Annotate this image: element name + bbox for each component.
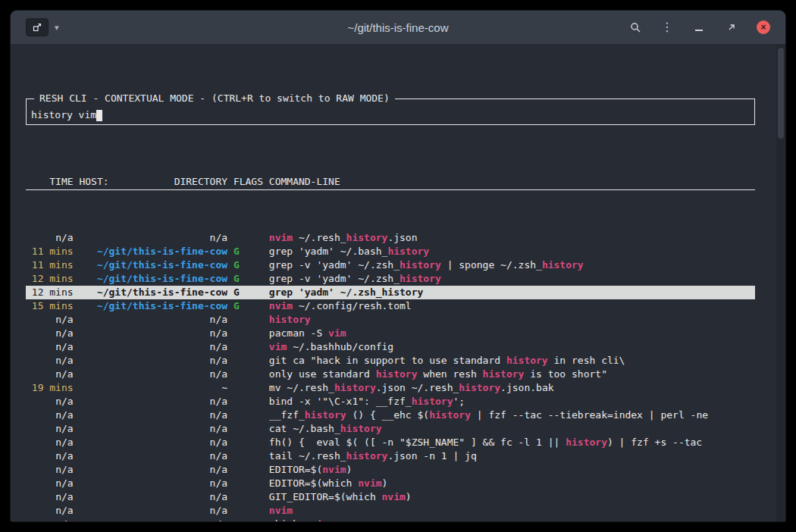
history-row[interactable]: n/a n/a EDITOR=$(nvim) [26, 463, 755, 477]
row-directory: n/a [79, 449, 227, 463]
row-flags: G [233, 245, 263, 258]
row-directory: n/a [79, 408, 227, 422]
row-command: grep -v 'yadm' ~/.zsh_history | sponge ~… [269, 258, 755, 272]
row-time: n/a [26, 368, 74, 381]
row-time: n/a [26, 436, 74, 449]
row-directory: n/a [79, 436, 227, 449]
header-time: TIME [26, 175, 74, 189]
new-tab-button[interactable] [26, 18, 49, 36]
row-time: n/a [26, 463, 74, 477]
new-window-icon [32, 22, 42, 33]
row-flags [233, 368, 263, 381]
row-command: nvim ~/.resh_history.json [269, 231, 755, 245]
row-command: which nvim [269, 518, 755, 521]
row-directory: ~/git/this-is-fine-cow [79, 286, 227, 299]
history-row[interactable]: n/a n/a nvim ~/.resh_history.json [26, 231, 755, 245]
row-directory: n/a [79, 490, 227, 504]
close-button[interactable]: × [757, 20, 770, 34]
row-command: history [269, 313, 755, 327]
row-time: n/a [26, 354, 74, 368]
search-icon[interactable] [629, 21, 641, 33]
history-row[interactable]: 19 mins ~ mv ~/.resh_history.json ~/.res… [26, 381, 755, 395]
row-flags [233, 504, 263, 518]
history-row[interactable]: n/a n/a vim ~/.bashhub/config [26, 340, 755, 354]
row-command: GIT_EDITOR=$(which nvim) [269, 490, 755, 504]
restore-button[interactable] [725, 21, 737, 33]
text-cursor [96, 110, 102, 121]
history-row[interactable]: n/a n/a GIT_EDITOR=$(which nvim) [26, 490, 755, 504]
row-directory: n/a [79, 395, 227, 408]
row-directory: n/a [79, 422, 227, 436]
resh-search-box[interactable]: RESH CLI - CONTEXTUAL MODE - (CTRL+R to … [26, 99, 755, 125]
scrollbar-thumb[interactable] [778, 48, 784, 139]
row-time: 11 mins [26, 245, 74, 258]
row-command: nvim [269, 504, 755, 518]
row-directory: ~/git/this-is-fine-cow [79, 258, 227, 272]
history-row[interactable]: n/a n/a bind -x '"\C-x1": __fzf_history'… [26, 395, 755, 408]
row-command: vim ~/.bashhub/config [269, 340, 755, 354]
search-input[interactable]: history vim [31, 108, 102, 122]
row-time: n/a [26, 231, 74, 245]
row-command: only use standard history when resh hist… [269, 368, 755, 381]
history-row[interactable]: n/a n/a only use standard history when r… [26, 368, 755, 381]
row-time: 11 mins [26, 258, 74, 272]
row-command: grep -v 'yadm' ~/.zsh_history [269, 272, 755, 286]
minimize-button[interactable] [693, 21, 705, 33]
row-flags [233, 354, 263, 368]
resh-mode-title: RESH CLI - CONTEXTUAL MODE - (CTRL+R to … [34, 92, 395, 105]
header-host: HOST: [79, 175, 108, 189]
history-row[interactable]: 12 mins ~/git/this-is-fine-cow G grep -v… [26, 272, 755, 286]
row-command: grep 'yadm' ~/.zsh_history [269, 286, 755, 299]
menu-kebab-icon[interactable]: ⋮ [661, 21, 673, 33]
history-row[interactable]: 11 mins ~/git/this-is-fine-cow G grep -v… [26, 258, 755, 272]
history-row[interactable]: n/a n/a __fzf_history () { __ehc $(histo… [26, 408, 755, 422]
row-flags [233, 313, 263, 327]
history-row[interactable]: n/a n/a git ca "hack in support to use s… [26, 354, 755, 368]
history-row[interactable]: n/a n/a nvim [26, 504, 755, 518]
history-row[interactable]: n/a n/a which nvim [26, 518, 755, 521]
history-row[interactable]: n/a n/a tail ~/.resh_history.json -n 1 |… [26, 449, 755, 463]
history-row[interactable]: 12 mins ~/git/this-is-fine-cow G grep 'y… [26, 286, 755, 299]
row-command: nvim ~/.config/resh.toml [269, 299, 755, 313]
history-row[interactable]: n/a n/a EDITOR=$(which nvim) [26, 477, 755, 490]
history-row[interactable]: 15 mins ~/git/this-is-fine-cow G nvim ~/… [26, 299, 755, 313]
row-flags [233, 449, 263, 463]
row-flags [233, 422, 263, 436]
row-flags [233, 408, 263, 422]
restore-icon [726, 23, 736, 33]
row-directory: n/a [79, 477, 227, 490]
history-list: n/a n/a nvim ~/.resh_history.json 11 min… [26, 231, 755, 521]
row-directory: ~/git/this-is-fine-cow [79, 299, 227, 313]
row-directory: ~/git/this-is-fine-cow [79, 245, 227, 258]
titlebar-left-controls: ▾ [26, 18, 61, 36]
row-flags: G [233, 258, 263, 272]
row-time: n/a [26, 395, 74, 408]
row-flags: G [233, 272, 263, 286]
history-row[interactable]: n/a n/a history [26, 313, 755, 327]
history-row[interactable]: n/a n/a cat ~/.bash_history [26, 422, 755, 436]
row-command: cat ~/.bash_history [269, 422, 755, 436]
row-flags [233, 463, 263, 477]
row-flags [233, 231, 263, 245]
row-directory: n/a [79, 518, 227, 521]
row-directory: ~ [79, 381, 227, 395]
scrollbar[interactable] [776, 45, 785, 521]
row-time: n/a [26, 518, 74, 521]
row-directory: n/a [79, 504, 227, 518]
history-row[interactable]: 11 mins ~/git/this-is-fine-cow G grep 'y… [26, 245, 755, 258]
row-time: 15 mins [26, 299, 74, 313]
titlebar: ▾ ~/git/this-is-fine-cow ⋮ × [11, 11, 785, 45]
history-row[interactable]: n/a n/a fh() { eval $( ([ -n "$ZSH_NAME"… [26, 436, 755, 449]
row-directory: n/a [79, 231, 227, 245]
row-command: mv ~/.resh_history.json ~/.resh_history.… [269, 381, 755, 395]
row-time: 12 mins [26, 272, 74, 286]
terminal-content: RESH CLI - CONTEXTUAL MODE - (CTRL+R to … [11, 45, 785, 521]
header-flags: FLAGS [233, 175, 263, 189]
terminal-window: ▾ ~/git/this-is-fine-cow ⋮ × RESH CLI - … [11, 11, 785, 521]
header-host-directory: HOST: DIRECTORY [79, 175, 227, 189]
history-row[interactable]: n/a n/a pacman -S vim [26, 327, 755, 340]
row-flags [233, 490, 263, 504]
row-flags [233, 327, 263, 340]
row-time: n/a [26, 340, 74, 354]
chevron-down-icon[interactable]: ▾ [53, 22, 61, 33]
